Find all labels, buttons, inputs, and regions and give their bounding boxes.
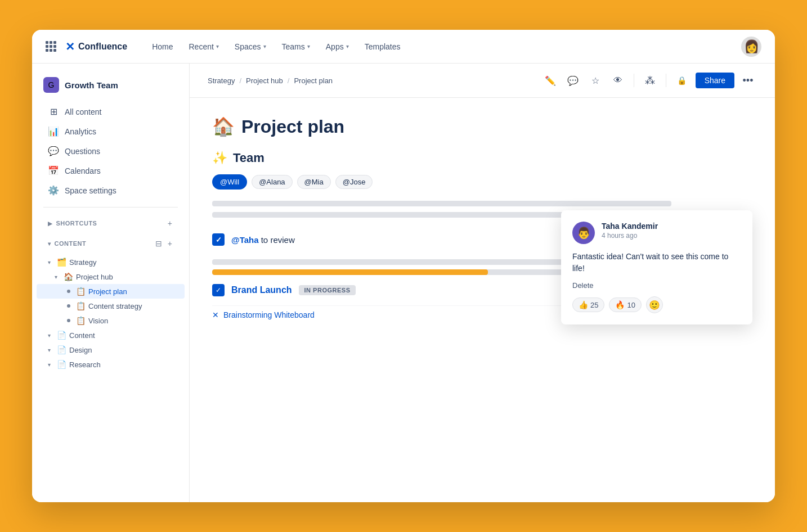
comment-header: 👨 Taha Kandemir 4 hours ago (572, 222, 741, 244)
share-button[interactable]: Share (696, 73, 734, 88)
whiteboard-icon: ✕ (212, 310, 219, 319)
sidebar-all-content[interactable]: ⊞ All content (37, 102, 185, 121)
team-section-title-row: ✨ Team (212, 151, 752, 165)
content-chevron-icon[interactable]: ▾ (48, 241, 51, 247)
confluence-x-icon: ✕ (65, 40, 75, 53)
design-icon: 📄 (57, 345, 67, 354)
apps-grid-icon[interactable] (46, 41, 56, 52)
reaction-fire[interactable]: 🔥 10 (609, 297, 641, 312)
nav-apps[interactable]: Apps ▾ (319, 39, 356, 55)
action-divider-2 (666, 74, 666, 87)
more-button[interactable]: ••• (739, 71, 757, 89)
team-section-title: Team (233, 151, 264, 165)
page-header: Strategy / Project hub / Project plan ✏️… (190, 64, 775, 98)
strategy-chevron-icon: ▾ (48, 259, 55, 265)
reaction-count-25: 25 (590, 301, 598, 309)
tree-design[interactable]: ▾ 📄 Design (37, 342, 185, 357)
project-hub-label: Project hub (76, 273, 180, 281)
sidebar-calendars[interactable]: 📅 Calendars (37, 161, 185, 181)
smiley-add-icon: 🙂 (649, 300, 660, 310)
comment-delete-button[interactable]: Delete (572, 281, 741, 290)
star-button[interactable]: ☆ (586, 71, 604, 89)
mention-mia[interactable]: @Mia (297, 175, 331, 189)
content-tree-icon: 📄 (57, 331, 67, 340)
progress-bar-fill (212, 269, 488, 275)
add-reaction-button[interactable]: 🙂 (646, 296, 663, 313)
whiteboard-link[interactable]: Brainstorming Whiteboard (223, 310, 315, 319)
outer-wrapper: ✕ Confluence Home Recent ▾ Spaces ▾ Team… (0, 0, 807, 532)
watch-button[interactable]: 👁 (609, 71, 627, 89)
shortcuts-add-icon[interactable]: + (167, 218, 173, 229)
nav-recent[interactable]: Recent ▾ (182, 39, 225, 55)
task-checkbox[interactable]: ✓ (212, 233, 225, 246)
comment-avatar: 👨 (572, 222, 595, 244)
comment-meta: Taha Kandemir 4 hours ago (602, 222, 741, 240)
breadcrumb-strategy[interactable]: Strategy (208, 76, 235, 85)
brand-launch-name[interactable]: Brand Launch (231, 285, 292, 295)
sidebar-analytics[interactable]: 📊 Analytics (37, 121, 185, 141)
page-title: Project plan (241, 116, 344, 137)
content-strategy-icon: 📋 (76, 301, 86, 310)
edit-button[interactable]: ✏️ (541, 71, 559, 89)
comment-time: 4 hours ago (602, 232, 741, 240)
comment-text: Fantastic idea! Can't wait to see this c… (572, 251, 741, 274)
nav-spaces[interactable]: Spaces ▾ (228, 39, 273, 55)
space-header[interactable]: G Growth Team (32, 73, 189, 102)
content-line-2 (212, 212, 590, 218)
mention-will[interactable]: @Will (212, 174, 247, 190)
sidebar-questions[interactable]: 💬 Questions (37, 141, 185, 161)
content-strategy-label: Content strategy (88, 302, 180, 310)
nav-teams[interactable]: Teams ▾ (275, 39, 317, 55)
confluence-logo[interactable]: ✕ Confluence (65, 40, 127, 53)
vision-icon: 📋 (76, 316, 86, 325)
brand-checkbox[interactable]: ✓ (212, 284, 225, 296)
task-mention[interactable]: @Taha (231, 235, 259, 245)
tree-project-hub[interactable]: ▾ 🏠 Project hub (37, 269, 185, 284)
mention-alana[interactable]: @Alana (252, 175, 292, 189)
content-section: ▾ CONTENT ⊟ + (37, 235, 185, 253)
content-filter-icon[interactable]: ⊟ (154, 238, 163, 249)
page-content: 🏠 Project plan ✨ Team @Will @Alana @Mia … (190, 98, 775, 337)
content-area: Strategy / Project hub / Project plan ✏️… (190, 64, 775, 502)
vision-dot (67, 319, 70, 322)
nav-home[interactable]: Home (145, 39, 180, 55)
recent-chevron-icon: ▾ (216, 43, 219, 49)
shortcuts-section: ▶ SHORTCUTS + (37, 214, 185, 232)
all-content-icon: ⊞ (48, 106, 59, 117)
research-icon: 📄 (57, 360, 67, 369)
tree-content-strategy[interactable]: 📋 Content strategy (37, 299, 185, 313)
reaction-thumbs-up[interactable]: 👍 25 (572, 297, 604, 312)
brand-check-icon: ✓ (216, 286, 221, 294)
sidebar-space-settings[interactable]: ⚙️ Space settings (37, 181, 185, 200)
tree-vision[interactable]: 📋 Vision (37, 313, 185, 328)
tree-research[interactable]: ▾ 📄 Research (37, 357, 185, 372)
project-plan-label: Project plan (88, 287, 180, 296)
content-add-icon[interactable]: + (167, 238, 173, 249)
comment-button[interactable]: 💬 (564, 71, 582, 89)
breadcrumb-project-plan[interactable]: Project plan (294, 76, 333, 85)
browser-window: ✕ Confluence Home Recent ▾ Spaces ▾ Team… (32, 30, 775, 502)
team-emoji: ✨ (212, 151, 227, 165)
tree-strategy[interactable]: ▾ 🗂️ Strategy (37, 255, 185, 269)
options-button[interactable]: ⁂ (641, 71, 659, 89)
design-chevron-icon: ▾ (48, 347, 55, 353)
strategy-icon: 🗂️ (57, 258, 67, 267)
space-icon: G (43, 77, 59, 93)
research-label: Research (69, 360, 180, 369)
tree-project-plan[interactable]: 📋 Project plan (37, 284, 185, 299)
tree-content[interactable]: ▾ 📄 Content (37, 328, 185, 342)
comment-popup: 👨 Taha Kandemir 4 hours ago Fantastic id… (561, 210, 752, 324)
shortcuts-chevron-icon[interactable]: ▶ (48, 220, 53, 227)
nav-templates[interactable]: Templates (358, 39, 407, 55)
questions-icon: 💬 (48, 146, 59, 156)
breadcrumb-project-hub[interactable]: Project hub (246, 76, 283, 85)
user-avatar[interactable]: 👩 (741, 37, 761, 57)
check-icon: ✓ (216, 236, 222, 244)
comment-author: Taha Kandemir (602, 222, 741, 231)
mention-jose[interactable]: @Jose (335, 175, 373, 189)
lock-button[interactable]: 🔒 (673, 71, 691, 89)
task-to-review: to review (261, 235, 295, 245)
sidebar: G Growth Team ⊞ All content 📊 Analytics … (32, 64, 190, 502)
top-nav: ✕ Confluence Home Recent ▾ Spaces ▾ Team… (32, 30, 775, 64)
page-title-row: 🏠 Project plan (212, 116, 752, 137)
